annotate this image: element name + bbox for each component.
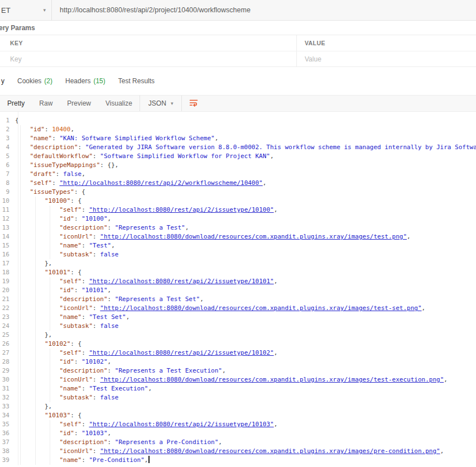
line-number: 4 [0,143,15,152]
indent-guide [15,349,30,358]
request-url[interactable]: http://localhost:8080/rest/api/2/project… [52,0,251,20]
response-tab-cookies[interactable]: Cookies(2) [17,77,52,85]
view-preview[interactable]: Preview [60,96,98,111]
code-line: 15"name": "Test", [0,241,476,250]
indent-guide [45,366,60,375]
indent-guide [15,134,30,143]
json-token: : [93,153,100,160]
json-link[interactable]: "http://localhost:8080/rest/api/2/issuet… [89,278,274,285]
code-line: 25}, [0,331,476,340]
indent-guide [45,304,60,313]
code-line: 18"10101": { [0,268,476,277]
json-token: "description" [60,439,108,446]
json-link[interactable]: "http://localhost:8080/download/resource… [100,304,421,312]
indent-guide [45,429,60,438]
json-token: , [108,358,112,365]
indent-guide [15,259,30,268]
json-token: , [222,367,226,374]
indent-guide [15,384,30,393]
indent-guide [15,179,30,188]
code-line: 33}, [0,402,476,411]
tab-label: Test Results [118,77,155,85]
indent-guide [30,259,45,268]
json-link[interactable]: "http://localhost:8080/download/resource… [100,447,440,455]
indent-guide [45,250,60,259]
json-token: , [185,224,189,231]
json-token: "self" [60,278,82,285]
code-line: 24"subtask": false [0,322,476,331]
code-line: 32"subtask": false [0,393,476,402]
json-token: "Represents a Test Set" [115,296,200,303]
json-token: : [108,296,115,303]
view-visualize[interactable]: Visualize [98,96,140,111]
json-token: : [74,215,81,222]
line-number: 11 [0,206,15,215]
code-line: 22"iconUrl": "http://localhost:8080/down… [0,304,476,313]
param-key-input[interactable] [0,55,296,64]
json-token: }, [45,403,52,410]
indent-guide [30,304,45,313]
wrap-lines-button[interactable] [182,96,205,111]
indent-guide [15,232,30,241]
json-token: , [270,153,274,160]
json-token: "id" [30,126,45,133]
json-link[interactable]: "http://localhost:8080/rest/api/2/issuet… [89,206,274,213]
json-token: "description" [60,296,108,303]
code-line: 6"issueTypeMappings": {}, [0,161,476,170]
json-token: "self" [60,421,82,428]
code-line: 26"10102": { [0,340,476,349]
json-token: : [81,206,89,213]
json-token: : [93,376,100,383]
response-view-toolbar: PrettyRawPreviewVisualize JSON ▾ [0,95,476,112]
json-token: "iconUrl" [60,304,93,312]
json-token: , [145,456,148,464]
language-select[interactable]: JSON ▾ [140,96,182,111]
json-token: : { [70,412,81,419]
response-tab-test-results[interactable]: Test Results [118,77,155,85]
indent-guide [30,322,45,331]
json-token: , [148,385,152,392]
view-pretty[interactable]: Pretty [0,96,32,111]
json-token: "self" [30,179,52,187]
json-token: : [93,304,100,312]
code-line: 1{ [0,116,476,125]
json-token: : [93,233,100,240]
response-tab-y[interactable]: y [1,77,4,85]
json-token: "issueTypes" [30,188,74,196]
indent-guide [15,206,30,215]
json-token: "draft" [30,170,56,178]
json-link[interactable]: "http://localhost:8080/rest/api/2/issuet… [89,349,274,356]
json-link[interactable]: "http://localhost:8080/download/resource… [100,376,444,383]
indent-guide [45,358,60,366]
indent-guide [30,429,45,438]
json-link[interactable]: "http://localhost:8080/rest/api/2/workfl… [60,179,263,187]
json-link[interactable]: "http://localhost:8080/download/resource… [100,233,407,240]
response-tab-headers[interactable]: Headers(15) [65,77,105,85]
line-number: 35 [0,420,15,429]
code-line: 4"description": "Generated by JIRA Softw… [0,143,476,152]
json-token: : [81,278,89,285]
json-token: , [218,439,222,446]
code-line: 14"iconUrl": "http://localhost:8080/down… [0,232,476,241]
indent-guide [45,232,60,241]
json-token: "KAN: Software Simplified Workflow Schem… [60,135,215,142]
code-line: 21"description": "Represents a Test Set"… [0,295,476,304]
json-token: : { [70,269,81,276]
json-token: "description" [30,144,78,151]
param-value-input[interactable] [297,55,476,64]
params-table: KEY VALUE [0,35,476,67]
indent-guide [45,349,60,358]
indent-guide [30,366,45,375]
response-body[interactable]: 1{2"id": 10400,3"name": "KAN: Software S… [0,112,476,465]
json-token: "self" [60,349,82,356]
chevron-down-icon: ▾ [43,8,46,13]
indent-guide [45,420,60,429]
view-raw[interactable]: Raw [32,96,60,111]
indent-guide [15,268,30,277]
tab-label: Cookies [17,77,41,85]
request-method-select[interactable]: ET ▾ [0,0,51,20]
code-line: 29"description": "Represents a Test Exec… [0,366,476,375]
line-number: 34 [0,411,15,420]
json-token: false [100,322,118,330]
json-link[interactable]: "http://localhost:8080/rest/api/2/issuet… [89,421,274,428]
